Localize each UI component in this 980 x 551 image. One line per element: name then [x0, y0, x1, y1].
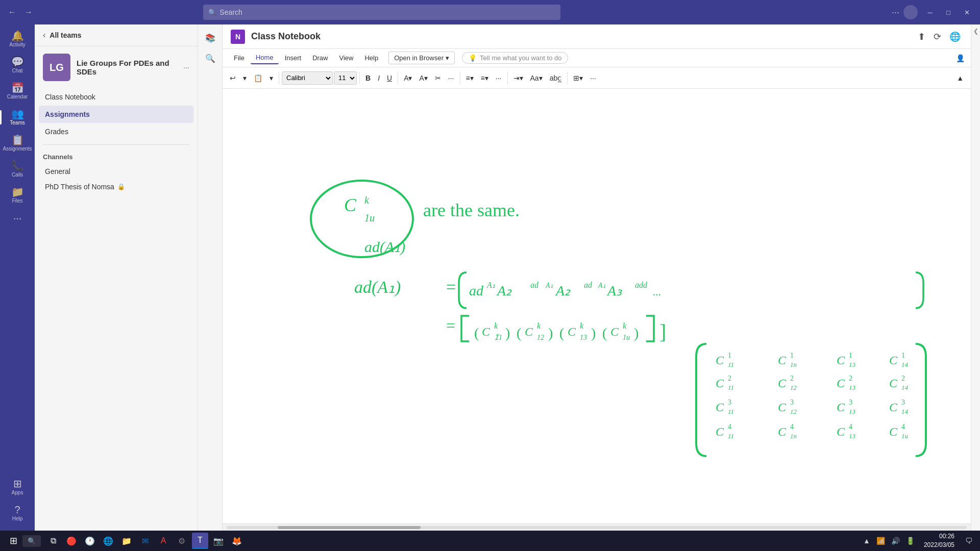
notification-button[interactable]: 🗨 — [962, 534, 976, 548]
taskbar-pdf[interactable]: A — [155, 533, 172, 549]
tray-wifi[interactable]: 📶 — [874, 536, 887, 546]
menu-help[interactable]: Help — [359, 52, 383, 64]
bold-button[interactable]: B — [362, 72, 374, 84]
scrollbar-track — [227, 526, 967, 529]
sidebar-item-apps[interactable]: ⊞ Apps — [2, 474, 33, 499]
time-display[interactable]: 00:26 2022/03/05 — [920, 532, 959, 549]
svg-text:14: 14 — [901, 361, 909, 368]
highlight-color-button[interactable]: A▾ — [401, 72, 415, 84]
numbering-button[interactable]: ≡▾ — [478, 72, 492, 84]
sidebar-item-calls[interactable]: 📞 Calls — [2, 157, 33, 182]
svg-text:ad: ad — [584, 281, 593, 289]
underline-button[interactable]: U — [384, 72, 395, 84]
taskbar-firefox[interactable]: 🦊 — [229, 533, 245, 549]
minimize-button[interactable]: ─ — [922, 5, 938, 19]
clipboard-button[interactable]: 📋 — [251, 72, 265, 84]
taskbar-capture[interactable]: 📷 — [210, 533, 227, 549]
tray-battery[interactable]: 🔋 — [904, 536, 917, 546]
menu-view[interactable]: View — [334, 52, 359, 64]
sidebar-item-calendar[interactable]: 📅 Calendar — [2, 79, 33, 104]
library-icon-btn[interactable]: 📚 — [201, 29, 219, 47]
sidebar-label-chat: Chat — [12, 68, 22, 73]
taskbar-files[interactable]: 📁 — [118, 533, 135, 549]
sidebar-label-apps: Apps — [12, 490, 23, 495]
bullets-button[interactable]: ≡▾ — [463, 72, 477, 84]
menu-home[interactable]: Home — [251, 52, 279, 64]
tray-arrow[interactable]: ▲ — [861, 536, 872, 546]
clear-formatting-button[interactable]: ✂ — [432, 72, 444, 84]
insert-table-button[interactable]: ⊞▾ — [570, 72, 586, 84]
back-button[interactable]: ← — [5, 6, 19, 19]
more-list-button[interactable]: ··· — [493, 72, 505, 84]
scrollbar-thumb[interactable] — [278, 526, 421, 529]
teams-icon: 👥 — [11, 109, 24, 119]
coauthoring-icon[interactable]: 👤 — [956, 54, 965, 62]
channel-phd[interactable]: PhD Thesis of Nomsa 🔒 — [43, 179, 189, 194]
sidebar-item-assignments[interactable]: 📋 Assignments — [2, 131, 33, 156]
sidebar-item-help[interactable]: ? Help — [2, 500, 33, 525]
more-options-button[interactable]: ··· — [892, 7, 899, 18]
undo-dropdown[interactable]: ▾ — [240, 72, 250, 84]
font-color-button[interactable]: A▾ — [416, 72, 430, 84]
italic-button[interactable]: I — [375, 72, 383, 84]
tray-sound[interactable]: 🔊 — [889, 536, 902, 546]
undo-button[interactable]: ↩ — [227, 72, 239, 84]
menu-file[interactable]: File — [229, 52, 250, 64]
font-family-select[interactable]: Calibri — [282, 71, 333, 85]
taskbar-antivirus[interactable]: 🔴 — [63, 533, 80, 549]
canvas-area[interactable]: C k 1u are the same. ad(A₁) ad(A₁) = ad … — [223, 89, 971, 523]
taskbar-settings[interactable]: ⚙ — [174, 533, 190, 549]
svg-text:1u: 1u — [364, 212, 375, 223]
search-input[interactable] — [203, 5, 560, 20]
sidebar-item-teams[interactable]: 👥 Teams — [2, 105, 33, 130]
clipboard-dropdown[interactable]: ▾ — [266, 72, 276, 84]
menu-class-notebook[interactable]: Class Notebook — [39, 88, 193, 106]
more-toolbar-button[interactable]: ··· — [587, 72, 599, 84]
open-in-new-tab-button[interactable]: ⬆ — [916, 29, 927, 44]
globe-icon-btn[interactable]: 🌐 — [947, 29, 963, 44]
back-arrow-icon[interactable]: ‹ — [43, 31, 45, 40]
svg-text:11: 11 — [728, 361, 734, 368]
collapse-toolbar-button[interactable]: ▲ — [953, 72, 967, 84]
menu-assignments[interactable]: Assignments — [39, 106, 193, 123]
taskbar-clock[interactable]: 🕐 — [82, 533, 98, 549]
svg-text:k: k — [623, 321, 627, 330]
sidebar-narrow: 🔔 Activity 💬 Chat 📅 Calendar 👥 Teams 📋 A… — [0, 24, 35, 531]
team-more-button[interactable]: ··· — [183, 63, 189, 71]
avatar[interactable] — [903, 5, 918, 19]
start-button[interactable]: ⊞ — [4, 532, 22, 550]
maximize-button[interactable]: □ — [940, 5, 957, 19]
taskbar-teams[interactable]: T — [192, 533, 208, 549]
close-button[interactable]: ✕ — [959, 5, 975, 19]
menu-grades[interactable]: Grades — [39, 123, 193, 140]
bottom-scrollbar[interactable] — [223, 523, 971, 531]
taskview-button[interactable]: ⧉ — [45, 533, 61, 549]
sidebar-item-chat[interactable]: 💬 Chat — [2, 53, 33, 78]
sidebar-item-files[interactable]: 📁 Files — [2, 183, 33, 208]
tell-me-bar[interactable]: 💡 Tell me what you want to do — [462, 52, 568, 64]
font-size-select[interactable]: 11 — [334, 71, 357, 85]
taskbar-mail[interactable]: ✉ — [137, 533, 153, 549]
sidebar-item-activity[interactable]: 🔔 Activity — [2, 27, 33, 52]
svg-text:11: 11 — [728, 408, 734, 415]
styles-button[interactable]: Aa▾ — [527, 72, 546, 84]
chat-icon: 💬 — [11, 57, 24, 67]
sidebar-label-help: Help — [12, 516, 23, 521]
collapse-button[interactable]: ❮ — [972, 27, 979, 36]
more-formatting-button[interactable]: ··· — [445, 72, 457, 84]
sidebar-item-more[interactable]: ··· — [2, 209, 33, 227]
refresh-button[interactable]: ⟳ — [932, 29, 943, 44]
open-browser-button[interactable]: Open in Browser ▾ — [388, 52, 455, 64]
channel-general[interactable]: General — [43, 164, 189, 179]
menu-draw[interactable]: Draw — [307, 52, 333, 64]
svg-text:C: C — [716, 354, 724, 367]
svg-text:C: C — [344, 195, 357, 215]
indent-button[interactable]: ⇥▾ — [510, 72, 526, 84]
menu-insert[interactable]: Insert — [280, 52, 307, 64]
taskbar-edge[interactable]: 🌐 — [100, 533, 116, 549]
check-spelling-button[interactable]: abc̲ — [547, 72, 565, 84]
forward-button[interactable]: → — [21, 6, 36, 19]
taskbar-search-button[interactable]: 🔍 — [22, 535, 41, 547]
calls-icon: 📞 — [11, 161, 24, 171]
search-icon-btn[interactable]: 🔍 — [201, 49, 219, 67]
